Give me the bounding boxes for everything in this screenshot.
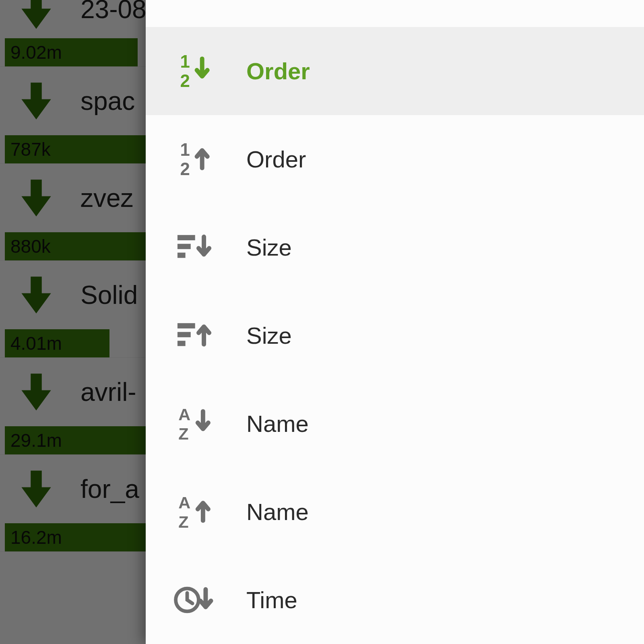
sort-option-label: Size [246,234,292,261]
sort-numeric-asc-icon: 1 2 [166,138,222,180]
svg-text:2: 2 [180,159,190,179]
svg-text:2: 2 [180,71,190,91]
sort-option-name-desc[interactable]: A Z Name [146,380,644,468]
svg-text:1: 1 [180,140,190,159]
svg-text:1: 1 [180,52,190,71]
sort-option-name-asc[interactable]: A Z Name [146,468,644,556]
sort-option-order-desc[interactable]: 1 2 Order [146,27,644,115]
svg-rect-5 [177,244,190,249]
sort-panel: 1 2 Order 1 2 Order [146,0,644,644]
svg-text:Z: Z [178,512,188,531]
sort-option-order-asc[interactable]: 1 2 Order [146,115,644,203]
sort-alpha-desc-icon: A Z [166,402,222,445]
sort-numeric-desc-icon: 1 2 [166,50,222,92]
sort-option-size-desc[interactable]: Size [146,203,644,291]
svg-rect-4 [177,235,195,240]
sort-size-desc-icon [166,226,222,268]
sort-option-size-asc[interactable]: Size [146,291,644,380]
sort-option-label: Order [246,58,310,85]
sort-option-label: Size [246,322,292,349]
sort-option-label: Name [246,498,309,525]
sort-option-label: Time [246,586,297,613]
svg-rect-9 [177,341,185,346]
svg-rect-7 [177,323,195,328]
svg-text:A: A [178,493,190,512]
sort-size-asc-icon [166,314,222,357]
svg-text:Z: Z [178,424,188,443]
svg-text:A: A [178,405,190,424]
sort-option-label: Name [246,410,309,437]
sort-option-label: Order [246,146,306,173]
sort-time-desc-icon [166,579,222,621]
svg-rect-8 [177,332,190,337]
svg-rect-6 [177,252,185,258]
sort-option-time-desc[interactable]: Time [146,556,644,644]
sort-alpha-asc-icon: A Z [166,491,222,533]
